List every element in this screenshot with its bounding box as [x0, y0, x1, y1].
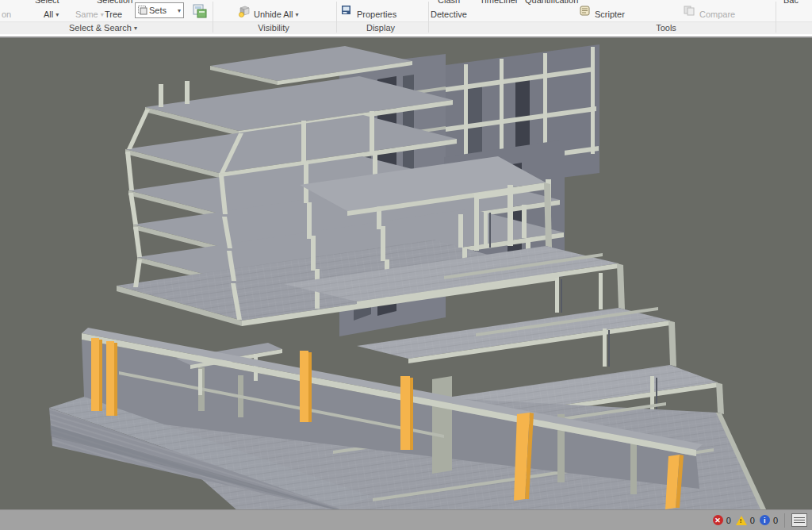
clash-detective-button[interactable]: Detective [431, 10, 467, 19]
selection-tree-button-top: Selection [97, 0, 132, 5]
error-icon: ✕ [713, 515, 723, 525]
warning-count[interactable]: 0 [736, 516, 755, 525]
find-items-icon [193, 4, 207, 18]
group-separator [776, 2, 776, 33]
group-display: Display [366, 23, 395, 33]
cut-button-label-right: Bac [783, 0, 799, 5]
scripter-icon [580, 6, 591, 16]
ribbon: on Select All ▾ Same ▾ Selection Tree Se… [0, 0, 812, 35]
info-icon: i [760, 515, 770, 525]
unhide-all-button[interactable]: Unhide All ▾ [254, 10, 299, 19]
sets-icon [138, 6, 147, 15]
sets-dropdown[interactable]: Sets ▾ [135, 2, 184, 18]
scripter-button[interactable]: Scripter [595, 10, 625, 19]
chevron-down-icon: ▾ [101, 11, 104, 18]
orange-column [106, 341, 117, 416]
group-select-search[interactable]: Select & Search ▾ [69, 23, 137, 33]
select-same-button[interactable]: Same ▾ [75, 10, 104, 19]
chevron-down-icon: ▾ [296, 11, 299, 18]
find-items-button[interactable] [190, 2, 209, 20]
properties-icon [341, 5, 352, 16]
status-separator [784, 513, 785, 528]
3d-viewport[interactable] [0, 36, 812, 511]
chevron-down-icon: ▾ [134, 25, 137, 32]
selection-tree-button[interactable]: Tree [105, 10, 122, 19]
warning-icon [736, 516, 747, 525]
report-panel-button[interactable] [791, 513, 807, 527]
quantification-button-top: Quantification [525, 0, 578, 5]
chevron-down-icon: ▾ [56, 11, 59, 18]
info-count[interactable]: i 0 [760, 515, 778, 525]
clash-detective-button-top: Clash [438, 0, 460, 5]
select-all-button-top: Select [35, 0, 59, 5]
orange-column [300, 351, 312, 422]
cut-button-label-left: on [2, 10, 11, 19]
status-bar: ✕ 0 0 i 0 [0, 509, 812, 530]
group-visibility: Visibility [258, 23, 289, 33]
group-separator [428, 2, 429, 33]
timeliner-button-top: TimeLiner [480, 0, 519, 5]
select-all-button[interactable]: All ▾ [44, 10, 59, 19]
ribbon-group-labels-row: Select & Search ▾ Visibility Display Too… [0, 21, 812, 35]
sets-dropdown-value: Sets [149, 6, 178, 15]
group-separator [336, 2, 337, 33]
chevron-down-icon: ▾ [178, 7, 181, 14]
building-model-canvas [0, 38, 812, 511]
compare-button: Compare [699, 10, 735, 19]
group-tools: Tools [656, 23, 676, 33]
ribbon-buttons-row: on Select All ▾ Same ▾ Selection Tree Se… [0, 0, 812, 21]
properties-button[interactable]: Properties [357, 10, 396, 19]
error-count[interactable]: ✕ 0 [713, 515, 731, 525]
orange-column [91, 338, 102, 411]
orange-column [400, 376, 413, 450]
group-separator [213, 2, 213, 33]
unhide-all-icon [238, 5, 251, 17]
compare-icon [684, 6, 695, 16]
